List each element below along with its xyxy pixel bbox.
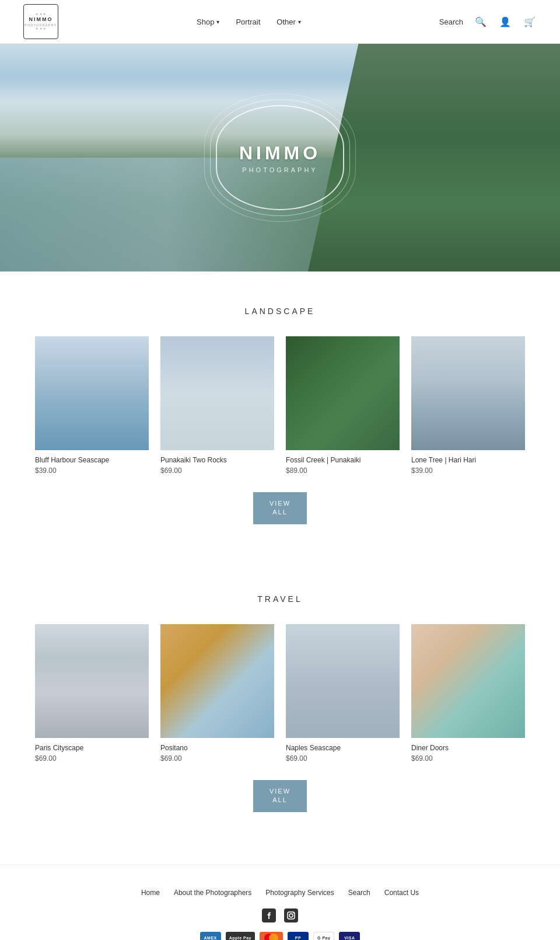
product-card-1[interactable]: Punakaiki Two Rocks $69.00	[160, 336, 274, 475]
travel-view-all-wrap: VIEWALL	[35, 780, 525, 812]
svg-point-4	[293, 913, 294, 914]
landscape-view-all-wrap: VIEWALL	[35, 492, 525, 524]
product-name-3: Lone Tree | Hari Hari	[411, 456, 525, 464]
travel-name-0: Paris Cityscape	[35, 744, 149, 752]
nav-portrait-label: Portrait	[236, 18, 260, 26]
travel-image-0	[35, 624, 149, 738]
nav-shop-label: Shop	[197, 18, 214, 26]
svg-rect-1	[284, 908, 298, 922]
product-image-3	[411, 336, 525, 450]
product-price-0: $39.00	[35, 466, 149, 475]
landscape-view-label: VIEWALL	[270, 500, 290, 516]
nav-shop[interactable]: Shop ▾	[197, 18, 219, 26]
nav-other[interactable]: Other ▾	[276, 18, 301, 26]
travel-view-label: VIEWALL	[270, 788, 290, 803]
nav-other-label: Other	[276, 18, 296, 26]
product-card-2[interactable]: Fossil Creek | Punakaiki $89.00	[286, 336, 400, 475]
product-card-3[interactable]: Lone Tree | Hari Hari $39.00	[411, 336, 525, 475]
travel-card-2[interactable]: Naples Seascape $69.00	[286, 624, 400, 763]
travel-name-2: Naples Seascape	[286, 744, 400, 752]
travel-title: TRAVEL	[35, 594, 525, 604]
product-price-2: $89.00	[286, 466, 400, 475]
hero-section: NIMMO PHOTOGRAPHY	[0, 44, 560, 271]
landscape-section: LANDSCAPE Bluff Harbour Seascape $39.00 …	[0, 271, 560, 559]
travel-image-3	[411, 624, 525, 738]
instagram-icon[interactable]	[284, 908, 298, 922]
other-chevron-icon: ▾	[298, 19, 301, 25]
travel-card-0[interactable]: Paris Cityscape $69.00	[35, 624, 149, 763]
payment-visa: VISA	[339, 932, 360, 940]
footer-social	[35, 908, 525, 922]
footer-link-contact[interactable]: Contact Us	[384, 889, 419, 897]
nav-portrait[interactable]: Portrait	[236, 18, 260, 26]
product-name-1: Punakaiki Two Rocks	[160, 456, 274, 464]
product-price-3: $39.00	[411, 466, 525, 475]
landscape-grid: Bluff Harbour Seascape $39.00 Punakaiki …	[35, 336, 525, 475]
shop-chevron-icon: ▾	[216, 19, 219, 25]
travel-price-2: $69.00	[286, 754, 400, 763]
travel-section: TRAVEL Paris Cityscape $69.00 Positano $…	[0, 559, 560, 847]
site-header: ✦ ✦ ✦ NIMMO PHOTOGRAPHY ✦ ✦ ✦ Shop ▾ Por…	[0, 0, 560, 44]
footer-link-services[interactable]: Photography Services	[265, 889, 334, 897]
payment-paypal: PP	[288, 932, 309, 940]
travel-image-1	[160, 624, 274, 738]
cart-button[interactable]: 🛒	[523, 15, 537, 29]
footer-link-home[interactable]: Home	[141, 889, 160, 897]
product-price-1: $69.00	[160, 466, 274, 475]
payment-gpay: G Pay	[313, 932, 334, 940]
footer-link-about[interactable]: About the Photographers	[174, 889, 251, 897]
product-image-1	[160, 336, 274, 450]
hero-logo-frame: NIMMO PHOTOGRAPHY	[216, 105, 344, 210]
footer-link-search[interactable]: Search	[348, 889, 370, 897]
travel-card-3[interactable]: Diner Doors $69.00	[411, 624, 525, 763]
footer-nav: Home About the Photographers Photography…	[35, 889, 525, 897]
travel-name-1: Positano	[160, 744, 274, 752]
travel-view-all-button[interactable]: VIEWALL	[253, 780, 307, 812]
logo-bottom-text: ✦ ✦ ✦	[36, 27, 46, 31]
product-image-0	[35, 336, 149, 450]
hero-brand-name: NIMMO	[239, 142, 321, 164]
facebook-icon[interactable]	[262, 908, 276, 922]
cart-icon: 🛒	[524, 17, 536, 27]
search-icon: 🔍	[475, 17, 487, 27]
site-footer: Home About the Photographers Photography…	[0, 865, 560, 940]
landscape-title: LANDSCAPE	[35, 307, 525, 316]
main-nav: Shop ▾ Portrait Other ▾	[197, 18, 301, 26]
payment-amex: AMEX	[200, 932, 221, 940]
travel-price-1: $69.00	[160, 754, 274, 763]
hero-logo-overlay: NIMMO PHOTOGRAPHY	[216, 105, 344, 210]
header-actions: Search 🔍 👤 🛒	[439, 15, 537, 29]
hero-brand-sub: PHOTOGRAPHY	[242, 166, 317, 173]
user-icon: 👤	[499, 17, 511, 27]
travel-grid: Paris Cityscape $69.00 Positano $69.00 N…	[35, 624, 525, 763]
payment-apple-pay: Apple Pay	[226, 932, 255, 940]
product-image-2	[286, 336, 400, 450]
travel-price-3: $69.00	[411, 754, 525, 763]
travel-name-3: Diner Doors	[411, 744, 525, 752]
landscape-view-all-button[interactable]: VIEWALL	[253, 492, 307, 524]
user-button[interactable]: 👤	[498, 15, 512, 29]
logo-brand: NIMMO	[29, 16, 53, 23]
product-card-0[interactable]: Bluff Harbour Seascape $39.00	[35, 336, 149, 475]
payment-icons: AMEX Apple Pay PP G Pay VISA	[35, 932, 525, 940]
product-name-0: Bluff Harbour Seascape	[35, 456, 149, 464]
travel-price-0: $69.00	[35, 754, 149, 763]
logo[interactable]: ✦ ✦ ✦ NIMMO PHOTOGRAPHY ✦ ✦ ✦	[23, 4, 58, 39]
logo-box: ✦ ✦ ✦ NIMMO PHOTOGRAPHY ✦ ✦ ✦	[23, 4, 58, 39]
payment-mastercard	[260, 932, 283, 940]
search-label[interactable]: Search	[439, 18, 463, 26]
product-name-2: Fossil Creek | Punakaiki	[286, 456, 400, 464]
search-button[interactable]: 🔍	[474, 15, 488, 29]
travel-image-2	[286, 624, 400, 738]
travel-card-1[interactable]: Positano $69.00	[160, 624, 274, 763]
